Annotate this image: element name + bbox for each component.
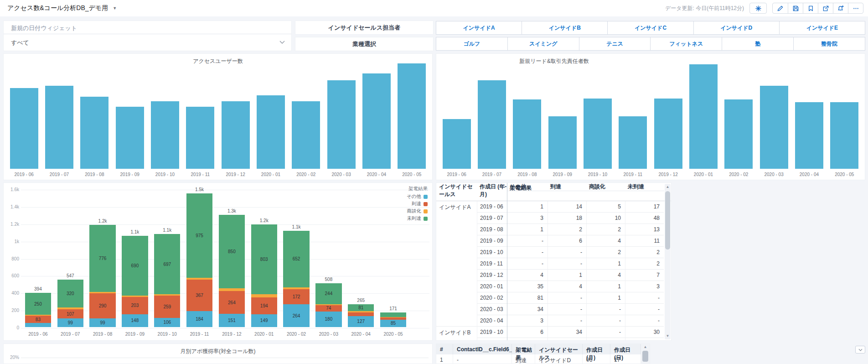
segment-その他[interactable]: 149	[251, 314, 277, 327]
segment-未到達[interactable]: 652	[283, 231, 309, 287]
bar-2020 - 01[interactable]	[689, 64, 718, 169]
bar-2019 - 10[interactable]	[151, 101, 179, 169]
bar-2019 - 09[interactable]	[116, 107, 144, 169]
stacked-bar-2019 - 06[interactable]: 83250	[25, 293, 51, 327]
title-caret-icon[interactable]: ▼	[113, 6, 117, 10]
segment-到達[interactable]: 367	[186, 280, 212, 312]
segment-到達[interactable]	[348, 312, 374, 316]
bar-2020 - 05[interactable]	[398, 63, 426, 169]
filter-button-industry[interactable]: 塾	[722, 37, 794, 51]
legend-item-未到達[interactable]: 未到達	[407, 215, 428, 222]
table-row[interactable]: 2020 - 0334---	[436, 304, 664, 315]
segment-未到達[interactable]: 697	[154, 234, 180, 294]
table-row[interactable]: 2019 - 124147	[436, 270, 664, 281]
filter-button-industry[interactable]: スイミング	[507, 37, 579, 51]
more-button[interactable]	[848, 3, 863, 13]
segment-その他[interactable]: 106	[154, 318, 180, 327]
filter-button-sales-rep[interactable]: インサイドA	[436, 21, 522, 35]
segment-その他[interactable]: 99	[57, 318, 83, 327]
filter-button-sales-rep[interactable]: インサイドE	[779, 21, 865, 35]
scroll-up-icon[interactable]: ▲	[665, 184, 671, 190]
segment-未到達[interactable]: 320	[57, 280, 83, 307]
table-row[interactable]: 1-到達インサイドD0617	[436, 354, 641, 364]
legend-item-商談化[interactable]: 商談化	[407, 208, 428, 214]
stacked-bar-2019 - 11[interactable]: 184367975	[186, 193, 212, 327]
bar-2020 - 04[interactable]	[795, 102, 823, 169]
segment-その他[interactable]: 127	[348, 316, 374, 327]
bar-2019 - 08[interactable]	[513, 99, 541, 169]
bar-2020 - 01[interactable]	[257, 95, 285, 169]
segment-到達[interactable]: 194	[251, 297, 277, 314]
legend-item-その他[interactable]: その他	[407, 193, 428, 200]
pin-button[interactable]	[803, 3, 818, 13]
stacked-bar-2019 - 08[interactable]: 99290776	[89, 225, 115, 327]
segment-未到達[interactable]: 244	[315, 283, 341, 304]
table-row[interactable]: 2020 - 043---	[436, 315, 664, 327]
bar-2019 - 08[interactable]	[80, 97, 108, 169]
scroll-up-icon[interactable]: ▲	[641, 344, 650, 350]
bar-2019 - 12[interactable]	[222, 101, 250, 169]
table-row[interactable]: 2019 - 073181048	[436, 213, 664, 224]
segment-到達[interactable]: 203	[122, 297, 148, 314]
bar-2020 - 05[interactable]	[830, 102, 858, 169]
bar-2020 - 03[interactable]	[760, 86, 788, 169]
segment-未到達[interactable]: 975	[186, 193, 212, 278]
segment-その他[interactable]: 180	[315, 312, 341, 327]
segment-到達[interactable]: 74	[315, 305, 341, 312]
bar-2019 - 11[interactable]	[619, 116, 647, 169]
legend-item-到達[interactable]: 到達	[407, 201, 428, 207]
bar-2020 - 03[interactable]	[327, 80, 356, 169]
stacked-bar-2020 - 04[interactable]: 12781	[348, 304, 374, 327]
bar-2019 - 06[interactable]	[443, 119, 471, 169]
segment-その他[interactable]: 184	[186, 311, 212, 327]
pivot-scrollbar[interactable]: ▲ ▼	[665, 184, 671, 339]
filter-button-sales-rep[interactable]: インサイドD	[693, 21, 780, 35]
stacked-bar-2019 - 09[interactable]: 148203690	[122, 236, 148, 327]
bar-2019 - 11[interactable]	[186, 107, 214, 169]
segment-その他[interactable]	[25, 323, 51, 327]
filter-button-sales-rep[interactable]: インサイドB	[522, 21, 608, 35]
scrollbar-thumb[interactable]	[642, 351, 648, 362]
scroll-down-icon[interactable]: ▼	[665, 333, 671, 339]
scrollbar-thumb[interactable]	[665, 191, 670, 250]
bar-2020 - 02[interactable]	[292, 101, 320, 169]
bar-2019 - 09[interactable]	[548, 116, 577, 169]
segment-その他[interactable]: 85	[380, 320, 406, 327]
record-scrollbar[interactable]: ▲	[641, 344, 650, 364]
filter-button-industry[interactable]: 整骨院	[793, 37, 865, 51]
segment-到達[interactable]: 172	[283, 289, 309, 304]
stacked-bar-2019 - 10[interactable]: 106259697	[154, 234, 180, 327]
bar-2020 - 04[interactable]	[362, 73, 391, 169]
stacked-bar-2020 - 03[interactable]: 18074244	[315, 283, 341, 327]
segment-未到達[interactable]	[380, 312, 406, 317]
bar-2019 - 07[interactable]	[45, 86, 73, 169]
table-row[interactable]: インサイドB2019 - 10634-30	[436, 327, 664, 338]
segment-その他[interactable]: 148	[122, 314, 148, 327]
bar-2019 - 07[interactable]	[478, 80, 506, 169]
table-row[interactable]: 2020 - 0135413	[436, 281, 664, 292]
bar-2019 - 06[interactable]	[10, 88, 38, 169]
stacked-bar-2019 - 07[interactable]: 99107320	[57, 280, 83, 327]
segment-未到達[interactable]: 690	[122, 236, 148, 296]
share-button[interactable]	[818, 3, 833, 13]
segment-その他[interactable]: 264	[283, 304, 309, 327]
segment-商談化[interactable]	[251, 294, 277, 298]
segment-到達[interactable]: 107	[57, 309, 83, 318]
filter-button-industry[interactable]: フィットネス	[650, 37, 722, 51]
table-row[interactable]: 2019 - 1158107-232	[436, 338, 664, 340]
segment-到達[interactable]: 259	[154, 296, 180, 318]
stacked-bar-2019 - 12[interactable]: 151264850	[219, 215, 245, 327]
table-row[interactable]: 2019 - 0812213	[436, 224, 664, 235]
filter-button-sales-rep[interactable]: インサイドC	[607, 21, 693, 35]
stacked-bar-2020 - 01[interactable]: 149194803	[251, 224, 277, 327]
segment-商談化[interactable]	[219, 288, 245, 291]
segment-到達[interactable]: 264	[219, 291, 245, 314]
segment-その他[interactable]: 151	[219, 314, 245, 327]
segment-到達[interactable]: 83	[25, 316, 51, 323]
date-filter-select[interactable]: すべて	[11, 39, 29, 47]
segment-未到達[interactable]: 81	[348, 304, 374, 311]
save-button[interactable]	[788, 3, 803, 13]
segment-未到達[interactable]: 776	[89, 225, 115, 292]
filter-button-industry[interactable]: テニス	[579, 37, 651, 51]
bar-2019 - 12[interactable]	[654, 99, 682, 169]
